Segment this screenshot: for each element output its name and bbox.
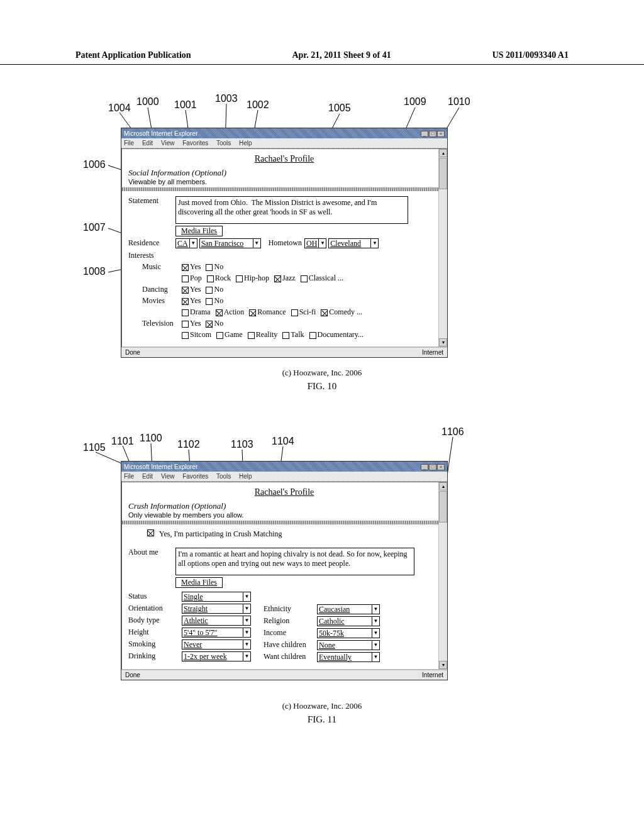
menu-help[interactable]: Help [239,140,252,147]
scroll-up-icon[interactable]: ▴ [439,482,447,490]
income-label: Income [264,628,317,638]
menu-tools[interactable]: Tools [216,140,231,147]
music-classical-checkbox[interactable] [301,275,308,282]
status-dropdown[interactable]: Single▼ [182,592,251,602]
participate-checkbox[interactable] [147,529,154,536]
menu-view[interactable]: View [161,473,175,480]
menu-view[interactable]: View [161,140,175,147]
tv-game-checkbox[interactable] [216,332,223,339]
height-label: Height [128,628,182,637]
music-rock-checkbox[interactable] [207,275,214,282]
profile-title: Rachael's Profile [128,487,440,497]
browser-content: ▴ ▾ Rachael's Profile Crush Information … [121,482,447,670]
menubar[interactable]: File Edit View Favorites Tools Help [121,472,447,482]
header-left: Patent Application Publication [75,50,191,60]
hometown-city-dropdown[interactable]: Cleveland▼ [328,238,379,248]
havechildren-label: Have children [264,640,317,650]
statement-input[interactable] [175,196,408,224]
menubar[interactable]: File Edit View Favorites Tools Help [121,138,447,148]
residence-state-dropdown[interactable]: CA▼ [175,238,197,248]
chevron-down-icon: ▼ [243,616,250,625]
about-input[interactable] [175,548,414,575]
havechildren-dropdown[interactable]: None▼ [317,640,380,650]
tv-no-checkbox[interactable] [206,321,213,328]
menu-favorites[interactable]: Favorites [182,473,208,480]
section-subheading: Viewable by all members. [128,178,440,185]
scroll-thumb[interactable] [439,158,447,189]
movies-romance-checkbox[interactable] [249,309,256,316]
chevron-down-icon: ▼ [243,652,250,661]
about-label: About me [128,548,175,557]
smoking-dropdown[interactable]: Never▼ [182,639,251,650]
menu-favorites[interactable]: Favorites [182,140,208,147]
movies-scifi-checkbox[interactable] [291,309,298,316]
menu-edit[interactable]: Edit [142,473,153,480]
browser-window-fig11: Microsoft Internet Explorer _□× File Edi… [121,461,448,680]
menu-tools[interactable]: Tools [216,473,231,480]
height-dropdown[interactable]: 5'4" to 5'7"▼ [182,628,251,638]
movies-yes-checkbox[interactable] [182,298,189,305]
scrollbar[interactable]: ▴ ▾ [438,149,447,346]
maximize-icon[interactable]: □ [429,464,436,470]
menu-file[interactable]: File [124,473,134,480]
figure-10: 1004 1000 1001 1003 1002 1005 1009 1010 … [83,96,561,392]
drinking-label: Drinking [128,651,182,661]
divider [122,521,447,524]
dancing-no-checkbox[interactable] [206,287,213,294]
window-buttons[interactable]: _□× [420,130,445,137]
browser-window-fig10: Microsoft Internet Explorer _□× File Edi… [121,128,448,358]
titlebar[interactable]: Microsoft Internet Explorer _□× [121,462,447,472]
media-files-button[interactable]: Media Files [175,226,223,236]
tv-talk-checkbox[interactable] [282,332,289,339]
bodytype-dropdown[interactable]: Athletic▼ [182,616,251,626]
window-buttons[interactable]: _□× [420,463,445,470]
scroll-thumb[interactable] [439,491,447,523]
copyright-fig11: (c) Hoozware, Inc. 2006 [83,701,561,711]
close-icon[interactable]: × [437,464,445,470]
ethnicity-dropdown[interactable]: Caucasian▼ [317,604,380,614]
chevron-down-icon: ▼ [189,239,197,248]
titlebar[interactable]: Microsoft Internet Explorer _□× [121,128,447,138]
close-icon[interactable]: × [437,131,445,137]
movies-comedy-checkbox[interactable] [321,309,328,316]
scroll-down-icon[interactable]: ▾ [439,338,447,346]
music-no-checkbox[interactable] [206,264,213,271]
music-yes-checkbox[interactable] [182,264,189,271]
status-right: Internet [422,349,443,356]
dancing-yes-checkbox[interactable] [182,287,189,294]
maximize-icon[interactable]: □ [429,131,436,137]
scrollbar[interactable]: ▴ ▾ [438,482,447,669]
menu-help[interactable]: Help [239,473,252,480]
music-jazz-checkbox[interactable] [274,275,281,282]
tv-sitcom-checkbox[interactable] [182,332,189,339]
tv-reality-checkbox[interactable] [248,332,255,339]
status-left: Done [125,349,140,356]
drinking-dropdown[interactable]: 1-2x per week▼ [182,651,251,661]
profile-title: Rachael's Profile [128,154,440,164]
browser-content: ▴ ▾ Rachael's Profile Social Information… [121,148,447,347]
music-hiphop-checkbox[interactable] [236,275,243,282]
chevron-down-icon: ▼ [243,604,250,613]
orientation-dropdown[interactable]: Straight▼ [182,604,251,614]
tv-documentary-checkbox[interactable] [309,332,316,339]
media-files-button[interactable]: Media Files [175,577,223,588]
scroll-down-icon[interactable]: ▾ [439,661,447,669]
minimize-icon[interactable]: _ [421,464,428,470]
menu-edit[interactable]: Edit [142,140,153,147]
movies-no-checkbox[interactable] [206,298,213,305]
menu-file[interactable]: File [124,140,134,147]
tv-yes-checkbox[interactable] [182,321,189,328]
wantchildren-dropdown[interactable]: Eventually▼ [317,652,380,662]
minimize-icon[interactable]: _ [421,131,428,137]
interest-tv-label: Television [128,319,182,328]
movies-drama-checkbox[interactable] [182,309,189,316]
religion-dropdown[interactable]: Catholic▼ [317,616,380,626]
music-pop-checkbox[interactable] [182,275,189,282]
income-dropdown[interactable]: 50k-75k▼ [317,628,380,638]
scroll-up-icon[interactable]: ▴ [439,149,447,157]
residence-city-dropdown[interactable]: San Francisco▼ [199,238,261,248]
hometown-label: Hometown [269,238,302,248]
hometown-state-dropdown[interactable]: OH▼ [304,238,326,248]
chevron-down-icon: ▼ [372,653,379,661]
movies-action-checkbox[interactable] [216,309,223,316]
